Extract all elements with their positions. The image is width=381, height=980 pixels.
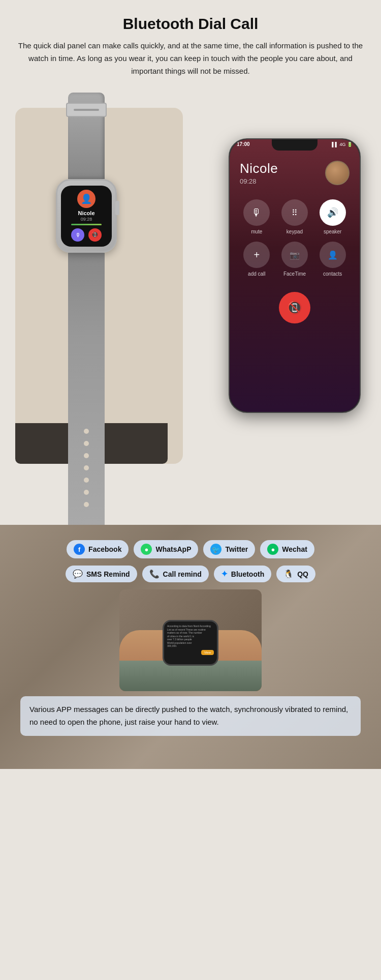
- phone-container: 17:00 ▌▌ 4G 🔋 Nicole 09:28: [229, 138, 361, 413]
- wrist-watch-device: According to data from Nord According Li…: [163, 620, 218, 666]
- phone-addcall-btn[interactable]: + add call: [242, 242, 272, 277]
- band-hole-1: [84, 429, 89, 434]
- sms-label: SMS Remind: [86, 570, 130, 578]
- band-hole-5: [84, 478, 89, 483]
- bluetooth-label: Bluetooth: [231, 570, 264, 578]
- band-hole-6: [84, 490, 89, 495]
- phone-contacts-label: contacts: [323, 271, 342, 277]
- phone-keypad-label: keypad: [287, 229, 303, 234]
- wrist-watch-area: According to data from Nord According Li…: [20, 589, 361, 691]
- phone-contacts-icon: 👤: [328, 250, 338, 260]
- phone-end-call-button[interactable]: 📵: [279, 292, 310, 323]
- phone-status-bar: 17:00 ▌▌ 4G 🔋: [237, 141, 353, 147]
- watch-body: 👤 Nicole 09:28 🎙 📵: [56, 179, 117, 253]
- phone-speaker-btn[interactable]: 🔊 speaker: [318, 199, 347, 234]
- band-hole-7: [84, 502, 89, 507]
- phone-speaker-circle: 🔊: [320, 199, 346, 226]
- whatsapp-label: WhatsApP: [155, 545, 191, 553]
- phone-mute-btn[interactable]: 🎙 mute: [242, 199, 272, 234]
- phone-caller-name: Nicole: [240, 161, 278, 176]
- phone-avatar-face: [326, 162, 348, 184]
- phone-call-header: Nicole 09:28: [230, 155, 360, 189]
- watch-action-buttons: 🎙 📵: [71, 228, 102, 242]
- phone-keypad-btn[interactable]: ⠿ keypad: [280, 199, 310, 234]
- phone-contacts-btn[interactable]: 👤 contacts: [318, 242, 347, 277]
- phone-status-time: 17:00: [237, 141, 250, 147]
- qq-label: QQ: [297, 570, 308, 578]
- app-badges-row2: 💬 SMS Remind 📞 Call remind ✦ Bluetooth 🐧…: [20, 566, 361, 582]
- phone-screen: 17:00 ▌▌ 4G 🔋 Nicole 09:28: [230, 139, 360, 412]
- callremind-label: Call remind: [163, 570, 202, 578]
- section-notifications: f Facebook ● WhatsApP 🐦 Twitter ● Wechat…: [0, 525, 381, 769]
- wrist-view-button[interactable]: View: [201, 650, 214, 655]
- phone-addcall-label: add call: [248, 271, 265, 277]
- phone-speaker-label: speaker: [324, 229, 342, 234]
- app-badge-sms[interactable]: 💬 SMS Remind: [66, 566, 137, 582]
- phone-status-icons: ▌▌ 4G 🔋: [332, 142, 353, 147]
- watch-mic-button[interactable]: 🎙: [71, 228, 84, 242]
- phone-mute-circle: 🎙: [243, 199, 270, 226]
- app-badge-whatsapp[interactable]: ● WhatsApP: [134, 540, 198, 558]
- watch-mic-icon: 🎙: [75, 232, 81, 238]
- facebook-label: Facebook: [88, 545, 121, 553]
- notif-overlay: f Facebook ● WhatsApP 🐦 Twitter ● Wechat…: [0, 525, 381, 746]
- phone-facetime-circle: 📷: [281, 242, 308, 268]
- notifications-description: Various APP messages can be directly pus…: [20, 696, 361, 736]
- app-badges-row1: f Facebook ● WhatsApP 🐦 Twitter ● Wechat: [20, 540, 361, 558]
- app-badge-bluetooth[interactable]: ✦ Bluetooth: [214, 566, 271, 582]
- phone-caller-info: Nicole 09:28: [240, 161, 278, 185]
- band-hole-3: [84, 453, 89, 458]
- phone-avatar: [325, 161, 350, 185]
- phone-mute-icon: 🎙: [251, 207, 262, 219]
- phone-contacts-circle: 👤: [320, 242, 346, 268]
- wrist-watch-wrapper: According to data from Nord According Li…: [119, 589, 262, 691]
- wechat-icon: ●: [267, 544, 278, 555]
- watch-progress-bar: [71, 224, 102, 225]
- twitter-icon: 🐦: [210, 544, 221, 555]
- app-badge-wechat[interactable]: ● Wechat: [260, 540, 314, 558]
- watch-call-time: 09:28: [81, 217, 92, 222]
- phone-keypad-icon: ⠿: [292, 208, 298, 218]
- wrist-photo: According to data from Nord According Li…: [119, 589, 262, 691]
- phone-facetime-icon: 📷: [290, 250, 300, 260]
- watch-end-icon: 📵: [91, 231, 99, 238]
- phone-speaker-icon: 🔊: [327, 207, 338, 218]
- phone-addcall-circle: +: [243, 242, 270, 268]
- app-badge-qq[interactable]: 🐧 QQ: [276, 566, 315, 582]
- phone-facetime-label: FaceTime: [283, 271, 306, 277]
- band-hole-4: [84, 465, 89, 470]
- twitter-label: Twitter: [225, 545, 248, 553]
- watch-caller-name: Nicole: [78, 210, 94, 216]
- facebook-icon: f: [74, 544, 85, 555]
- section-title: Bluetooth Dial Call: [15, 15, 366, 33]
- phone-addcall-icon: +: [253, 249, 260, 261]
- app-badge-callremind[interactable]: 📞 Call remind: [142, 566, 209, 582]
- wrist-screen-text: According to data from Nord According Li…: [167, 625, 214, 648]
- sms-icon: 💬: [73, 569, 83, 579]
- phone-caller-time: 09:28: [240, 177, 278, 185]
- callremind-icon: 📞: [149, 569, 160, 579]
- phone-keypad-circle: ⠿: [281, 199, 308, 226]
- illustration-area: 👤 Nicole 09:28 🎙 📵: [0, 77, 381, 525]
- watch-band-top: [68, 93, 105, 179]
- phone-outer: 17:00 ▌▌ 4G 🔋 Nicole 09:28: [229, 138, 361, 413]
- watch-container: 👤 Nicole 09:28 🎙 📵: [56, 93, 117, 525]
- wechat-label: Wechat: [282, 545, 307, 553]
- band-hole-2: [84, 441, 89, 446]
- qq-icon: 🐧: [283, 569, 294, 579]
- phone-end-icon: 📵: [287, 301, 302, 315]
- phone-mute-label: mute: [251, 229, 262, 234]
- notifications-description-text: Various APP messages can be directly pus…: [29, 705, 348, 726]
- whatsapp-icon: ●: [141, 544, 152, 555]
- watch-buckle-bar: [74, 109, 99, 111]
- phone-facetime-btn[interactable]: 📷 FaceTime: [280, 242, 310, 277]
- phone-actions-row1: 🎙 mute ⠿ keypad 🔊 speaker: [230, 189, 360, 240]
- section-bluetooth-header: Bluetooth Dial Call The quick dial panel…: [0, 0, 381, 77]
- app-badge-facebook[interactable]: f Facebook: [67, 540, 129, 558]
- app-badge-twitter[interactable]: 🐦 Twitter: [203, 540, 255, 558]
- watch-screen: 👤 Nicole 09:28 🎙 📵: [61, 186, 112, 247]
- phone-actions-row2: + add call 📷 FaceTime 👤 c: [230, 240, 360, 282]
- watch-end-call-button[interactable]: 📵: [88, 228, 102, 242]
- section-description: The quick dial panel can make calls quic…: [18, 40, 363, 77]
- watch-crown: [115, 201, 119, 215]
